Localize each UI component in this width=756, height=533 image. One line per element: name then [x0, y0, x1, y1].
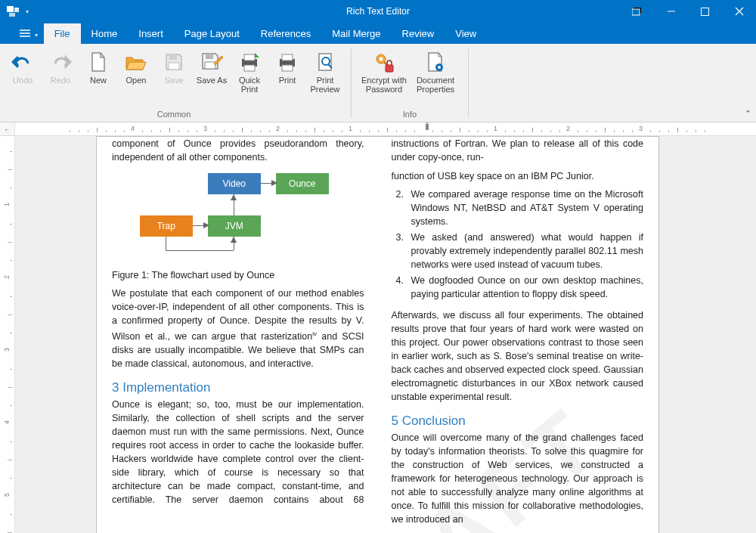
tab-view[interactable]: View: [445, 23, 487, 44]
print-button[interactable]: Print: [269, 47, 305, 88]
new-button[interactable]: New: [80, 47, 116, 88]
undo-button[interactable]: Undo: [5, 47, 41, 88]
svg-rect-4: [632, 9, 640, 15]
save-as-button[interactable]: Save As: [194, 47, 230, 88]
ribbon-group-info: Encrypt with Password Document Propertie…: [355, 44, 465, 122]
horizontal-ruler-area: ⌐ 4321123: [0, 122, 756, 136]
menu-icon: [20, 28, 30, 36]
ribbon-collapse-button[interactable]: ⌃: [745, 109, 751, 119]
app-icon: [5, 3, 21, 20]
tab-stop-indicator[interactable]: [423, 122, 431, 127]
quick-print-icon: [237, 50, 262, 74]
tab-insert[interactable]: Insert: [128, 23, 174, 44]
open-button[interactable]: Open: [118, 47, 154, 88]
svg-point-26: [380, 57, 383, 61]
svg-rect-6: [702, 8, 709, 15]
svg-rect-14: [206, 54, 213, 59]
encrypt-icon: [372, 50, 396, 74]
open-folder-icon: [124, 50, 148, 74]
svg-rect-13: [169, 63, 179, 70]
ribbon-group-label: Info: [403, 110, 417, 120]
close-icon[interactable]: [722, 0, 756, 23]
numbered-list: We compared average response time on the…: [407, 187, 644, 301]
ribbon: Undo Redo New Open Save Save As: [0, 44, 756, 122]
quick-print-button[interactable]: Quick Print: [231, 47, 268, 97]
ribbon-separator: [351, 48, 352, 117]
svg-rect-12: [169, 54, 177, 60]
restore-down-icon[interactable]: [620, 0, 654, 23]
list-item: We dogfooded Ounce on our own desktop ma…: [407, 274, 644, 301]
list-item-fragment: function of USB key space on an IBM PC J…: [392, 169, 644, 183]
document-scroll-area[interactable]: DRAFT component of Ounce provides pseudo…: [15, 136, 756, 533]
print-preview-icon: [313, 50, 337, 74]
list-item: We asked (and answered) what would happe…: [407, 231, 644, 271]
svg-point-29: [438, 66, 441, 69]
tab-references[interactable]: References: [250, 23, 321, 44]
maximize-icon[interactable]: [688, 0, 722, 23]
horizontal-ruler[interactable]: 4321123: [15, 122, 756, 135]
svg-rect-1: [14, 8, 19, 12]
document-page[interactable]: DRAFT component of Ounce provides pseudo…: [96, 136, 659, 533]
ruler-corner: ⌐: [0, 122, 15, 135]
body-text: Ounce will overcome many of the grand ch…: [392, 431, 644, 526]
ribbon-tabs: ▾ File Home Insert Page Layout Reference…: [0, 23, 756, 44]
flowchart-figure: Video Ounce Trap JVM: [140, 173, 336, 264]
vertical-ruler[interactable]: 12345: [0, 136, 15, 533]
svg-rect-17: [244, 54, 255, 60]
flowchart-edge: [166, 250, 234, 251]
titlebar: ▾ Rich Text Editor: [0, 0, 756, 23]
document-properties-icon: [423, 50, 448, 74]
svg-rect-15: [205, 62, 215, 69]
flowchart-node-video: Video: [208, 173, 261, 194]
svg-rect-20: [282, 54, 293, 60]
tab-review[interactable]: Review: [392, 23, 445, 44]
svg-rect-0: [7, 6, 14, 12]
tab-file[interactable]: File: [44, 23, 81, 44]
ribbon-group-label: Common: [157, 110, 191, 120]
heading-conclusion: 5 Conclusion: [392, 414, 644, 428]
flowchart-edge: [166, 237, 166, 250]
list-item: We compared average response time on the…: [407, 187, 644, 228]
undo-icon: [11, 50, 35, 74]
print-icon: [275, 50, 299, 74]
window-controls: [620, 0, 756, 23]
tab-page-layout[interactable]: Page Layout: [174, 23, 250, 44]
body-text: Afterwards, we discuss all four experime…: [392, 308, 644, 404]
redo-button[interactable]: Redo: [42, 47, 79, 88]
flowchart-node-jvm: JVM: [208, 215, 261, 237]
save-as-icon: [200, 50, 224, 74]
flowchart-node-trap: Trap: [140, 215, 193, 237]
save-button[interactable]: Save: [156, 47, 192, 88]
svg-rect-18: [244, 65, 255, 71]
save-icon: [162, 50, 186, 74]
tab-mail-merge[interactable]: Mail Merge: [321, 23, 391, 44]
workspace: 12345 DRAFT component of Ounce provides …: [0, 136, 756, 533]
tab-app-menu[interactable]: ▾: [14, 23, 44, 44]
ribbon-separator: [468, 48, 469, 117]
tab-home[interactable]: Home: [81, 23, 129, 44]
quick-access-dropdown[interactable]: ▾: [26, 8, 29, 15]
svg-rect-2: [9, 13, 15, 17]
svg-rect-21: [282, 65, 293, 71]
body-text: component of Ounce provides pseudorandom…: [112, 137, 364, 164]
minimize-icon[interactable]: [654, 0, 688, 23]
encrypt-button[interactable]: Encrypt with Password: [359, 47, 409, 97]
ribbon-group-common: Undo Redo New Open Save Save As: [0, 44, 348, 122]
svg-rect-30: [426, 124, 429, 130]
new-file-icon: [86, 50, 110, 74]
body-text: We postulate that each component of our …: [112, 287, 364, 370]
print-preview-button[interactable]: Print Preview: [307, 47, 343, 97]
heading-implementation: 3 Implementation: [112, 381, 364, 395]
document-properties-button[interactable]: Document Properties: [411, 47, 460, 97]
flowchart-node-ounce: Ounce: [276, 173, 329, 194]
svg-rect-27: [386, 65, 393, 72]
figure-caption: Figure 1: The flowchart used by Ounce: [112, 268, 364, 282]
redo-icon: [48, 50, 73, 74]
